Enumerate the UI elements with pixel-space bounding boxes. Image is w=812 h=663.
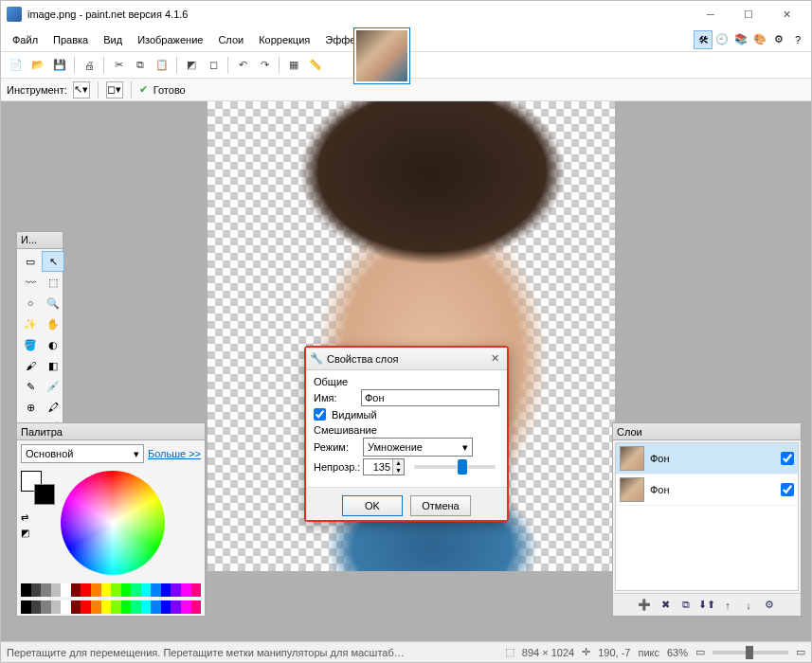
visible-checkbox[interactable] <box>314 408 326 421</box>
tool-move-selection[interactable]: ⬚ <box>42 272 64 293</box>
main-window: image.png - paint.net версия 4.1.6 ─ ☐ ✕… <box>0 0 812 663</box>
colors-window-toggle[interactable]: 🎨 <box>750 30 769 49</box>
secondary-color-swatch[interactable] <box>34 484 55 505</box>
tools-panel-title: И... <box>17 232 63 249</box>
redo-button[interactable]: ↷ <box>255 56 274 75</box>
layer-up-button[interactable]: ↑ <box>718 596 737 615</box>
reset-colors-icon[interactable]: ◩ <box>21 528 29 538</box>
print-button[interactable]: 🖨 <box>80 56 99 75</box>
grid-button[interactable]: ▦ <box>284 56 303 75</box>
zoom-slider[interactable] <box>713 651 788 654</box>
palette-more-link[interactable]: Больше >> <box>148 448 201 459</box>
tool-magic-wand[interactable]: ✨ <box>19 314 42 334</box>
menu-file[interactable]: Файл <box>5 30 45 49</box>
layer-add-button[interactable]: ➕ <box>635 596 654 615</box>
dialog-title: Свойства слоя <box>327 353 398 365</box>
tool-brush[interactable]: 🖌 <box>19 355 42 376</box>
status-units[interactable]: пикс <box>638 647 659 658</box>
settings-icon[interactable]: ⚙ <box>769 30 788 49</box>
spin-down[interactable]: ▼ <box>393 467 404 475</box>
deselect-button[interactable]: ◻ <box>204 56 223 75</box>
cancel-button[interactable]: Отмена <box>410 495 471 516</box>
open-button[interactable]: 📂 <box>28 56 47 75</box>
paste-button[interactable]: 📋 <box>153 56 171 75</box>
history-window-toggle[interactable]: 🕘 <box>713 30 731 49</box>
tool-move[interactable]: ↖ <box>42 251 64 272</box>
tool-clone[interactable]: ⊕ <box>19 397 42 418</box>
color-wheel[interactable] <box>61 471 165 575</box>
menu-image[interactable]: Изображение <box>130 30 210 49</box>
cut-button[interactable]: ✂ <box>109 56 128 75</box>
zoom-in-icon[interactable]: ▭ <box>796 646 805 658</box>
layer-visible-checkbox[interactable] <box>781 483 794 496</box>
opacity-value-input[interactable] <box>364 461 392 473</box>
ok-button[interactable]: OK <box>342 495 403 516</box>
new-button[interactable]: 📄 <box>7 56 26 75</box>
palette-strip[interactable] <box>21 583 201 597</box>
wrench-icon: 🔧 <box>310 352 323 366</box>
crop-button[interactable]: ◩ <box>182 56 201 75</box>
tool-lasso[interactable]: 〰 <box>19 272 42 293</box>
undo-button[interactable]: ↶ <box>233 56 252 75</box>
tool-fill[interactable]: 🪣 <box>19 334 42 355</box>
zoom-slider-thumb[interactable] <box>746 646 753 659</box>
zoom-out-icon[interactable]: ▭ <box>695 646 705 658</box>
layer-down-button[interactable]: ↓ <box>739 596 758 615</box>
copy-button[interactable]: ⧉ <box>131 56 150 75</box>
opacity-slider[interactable] <box>414 465 496 469</box>
layer-name-input[interactable] <box>361 389 499 406</box>
workspace: И... ▭ ↖ 〰 ⬚ ○ 🔍 ✨ ✋ 🪣 ◐ 🖌 ◧ ✎ 💉 ⊕ 🖍 T ╱ <box>1 101 811 641</box>
layer-delete-button[interactable]: ✖ <box>656 596 675 615</box>
layer-merge-button[interactable]: ⬇⬆ <box>697 596 716 615</box>
app-icon <box>7 7 22 22</box>
layer-row[interactable]: Фон <box>616 475 798 506</box>
layer-visible-checkbox[interactable] <box>781 452 794 465</box>
palette-primary-dropdown[interactable]: Основной▾ <box>21 444 144 463</box>
palette-panel: Палитра Основной▾ Больше >> ⇄ ◩ <box>16 422 206 617</box>
tool-zoom[interactable]: 🔍 <box>42 293 64 314</box>
status-hint: Перетащите для перемещения. Перетащите м… <box>7 647 405 658</box>
statusbar: Перетащите для перемещения. Перетащите м… <box>1 641 811 662</box>
layer-thumb <box>620 446 644 471</box>
tool-pencil[interactable]: ✎ <box>19 376 42 397</box>
tool-ellipse-select[interactable]: ○ <box>19 293 42 314</box>
help-icon[interactable]: ? <box>788 30 807 49</box>
tool-recolor[interactable]: 🖍 <box>42 397 64 418</box>
opacity-spinner[interactable]: ▲▼ <box>363 458 405 475</box>
tool-picker[interactable]: ↖▾ <box>73 81 90 99</box>
document-thumbnail[interactable] <box>353 27 410 84</box>
save-button[interactable]: 💾 <box>50 56 69 75</box>
selection-mode[interactable]: ◻▾ <box>106 81 123 99</box>
tool-eraser[interactable]: ◧ <box>42 355 64 376</box>
status-zoom[interactable]: 63% <box>667 647 688 658</box>
menu-layers[interactable]: Слои <box>210 30 251 49</box>
blend-mode-select[interactable]: Умножение▾ <box>363 438 473 457</box>
layer-duplicate-button[interactable]: ⧉ <box>677 596 695 615</box>
tool-rect-select[interactable]: ▭ <box>19 251 42 272</box>
palette-strip-2[interactable] <box>21 600 201 614</box>
layer-thumb <box>620 477 644 502</box>
status-dims: 894 × 1024 <box>522 647 574 658</box>
mode-label: Режим: <box>314 441 357 453</box>
tool-pan[interactable]: ✋ <box>42 314 64 334</box>
maximize-button[interactable]: ☐ <box>730 4 767 25</box>
dialog-close-button[interactable]: ✕ <box>486 351 503 367</box>
titlebar: image.png - paint.net версия 4.1.6 ─ ☐ ✕ <box>1 1 811 27</box>
layers-panel: Слои ФонФон ➕ ✖ ⧉ ⬇⬆ ↑ ↓ ⚙ <box>612 422 802 617</box>
menu-adjust[interactable]: Коррекция <box>251 30 317 49</box>
layer-row[interactable]: Фон <box>616 443 798 475</box>
menu-edit[interactable]: Правка <box>45 30 96 49</box>
menu-view[interactable]: Вид <box>96 30 130 49</box>
tool-gradient[interactable]: ◐ <box>42 334 64 355</box>
tool-label: Инструмент: <box>7 84 67 96</box>
layer-props-button[interactable]: ⚙ <box>760 596 779 615</box>
swap-colors-icon[interactable]: ⇄ <box>21 512 28 523</box>
ruler-button[interactable]: 📏 <box>306 56 325 75</box>
tools-window-toggle[interactable]: 🛠 <box>694 30 713 49</box>
minimize-button[interactable]: ─ <box>692 4 730 25</box>
layers-window-toggle[interactable]: 📚 <box>731 30 750 49</box>
opacity-slider-thumb[interactable] <box>458 459 467 475</box>
spin-up[interactable]: ▲ <box>393 459 404 467</box>
close-button[interactable]: ✕ <box>767 4 805 25</box>
tool-picker[interactable]: 💉 <box>42 376 64 397</box>
